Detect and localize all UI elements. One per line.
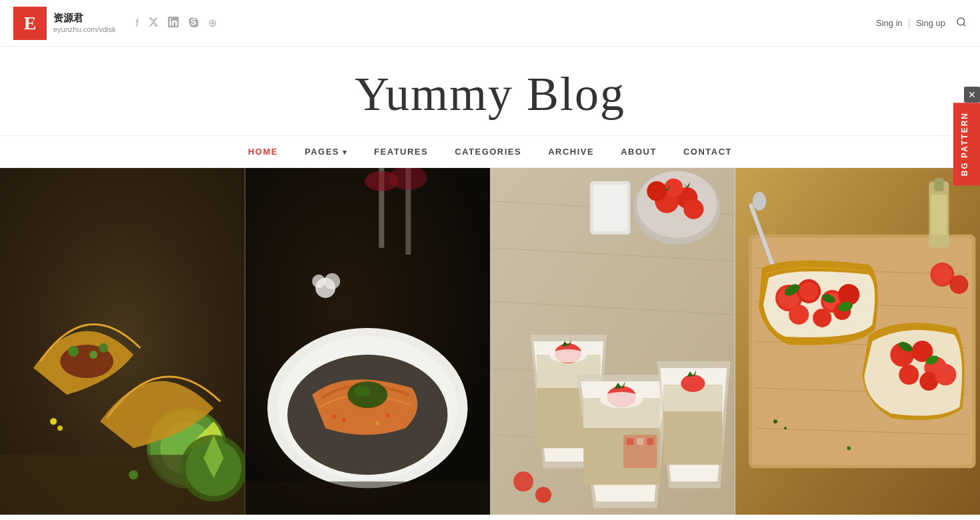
search-button[interactable]: [956, 17, 967, 30]
nav-features[interactable]: FEATURES: [374, 147, 428, 157]
svg-rect-66: [637, 438, 643, 445]
bg-pattern-button[interactable]: BG PATTERN: [953, 103, 980, 185]
food-image-bruschetta: [735, 168, 981, 515]
svg-point-58: [600, 392, 643, 408]
svg-point-12: [57, 425, 63, 431]
nav-pages[interactable]: PAGES: [305, 147, 347, 157]
logo-text: 资源君 eyunzhu.com/vdisk: [53, 11, 116, 35]
logo-area: E 资源君 eyunzhu.com/vdisk f ⊕: [13, 7, 217, 40]
grid-cell-4[interactable]: [735, 168, 981, 515]
svg-point-23: [312, 275, 325, 288]
svg-point-105: [773, 419, 777, 423]
linkedin-icon[interactable]: [168, 17, 179, 30]
svg-point-62: [513, 471, 533, 491]
main-nav: HOME PAGES FEATURES CATEGORIES ARCHIVE A…: [0, 135, 980, 168]
svg-rect-34: [245, 481, 491, 515]
skype-icon[interactable]: [188, 17, 199, 30]
nav-contact[interactable]: CONTACT: [683, 147, 732, 157]
svg-point-24: [324, 273, 340, 289]
svg-point-88: [789, 305, 809, 325]
svg-point-54: [549, 349, 587, 363]
svg-point-107: [847, 446, 851, 450]
site-url: eyunzhu.com/vdisk: [53, 25, 116, 35]
grid-cell-1[interactable]: [0, 168, 245, 515]
svg-rect-50: [593, 185, 627, 231]
svg-point-89: [813, 309, 831, 327]
globe-icon[interactable]: ⊕: [208, 17, 217, 29]
svg-point-84: [799, 282, 818, 301]
nav-archive[interactable]: ARCHIVE: [548, 147, 594, 157]
hero-title: Yummy Blog: [0, 67, 980, 122]
nav-categories[interactable]: CATEGORIES: [455, 147, 521, 157]
svg-point-63: [535, 487, 551, 503]
top-bar: E 资源君 eyunzhu.com/vdisk f ⊕ Sing in | Si…: [0, 0, 980, 47]
svg-point-104: [949, 275, 968, 294]
svg-point-8: [89, 351, 97, 359]
svg-rect-65: [627, 438, 633, 445]
top-right-auth: Sing in | Sing up: [876, 17, 967, 30]
svg-point-46: [664, 179, 683, 197]
food-image-salmon: [245, 168, 491, 515]
nav-home[interactable]: HOME: [248, 147, 278, 157]
grid-cell-3[interactable]: [490, 168, 735, 515]
auth-divider: |: [908, 17, 911, 29]
svg-point-97: [899, 365, 919, 385]
svg-point-99: [935, 364, 956, 385]
nav-about[interactable]: ABOUT: [621, 147, 657, 157]
svg-point-29: [354, 386, 370, 397]
twitter-icon[interactable]: [148, 17, 159, 30]
svg-point-0: [957, 18, 965, 25]
svg-point-13: [129, 470, 138, 479]
image-grid: [0, 168, 980, 515]
grid-cell-2[interactable]: [245, 168, 491, 515]
social-icons: f ⊕: [136, 17, 217, 30]
svg-point-48: [683, 199, 703, 219]
svg-rect-33: [375, 421, 379, 425]
svg-rect-67: [647, 438, 653, 445]
signin-link[interactable]: Sing in: [876, 18, 903, 28]
food-image-strawberry-dessert: [490, 168, 735, 515]
bg-pattern-container: ✕ BG PATTERN: [953, 87, 980, 185]
svg-point-106: [784, 427, 787, 429]
food-image-tacos: [0, 168, 245, 515]
svg-point-61: [681, 375, 705, 392]
svg-point-80: [753, 192, 766, 211]
site-name: 资源君: [53, 11, 116, 25]
svg-rect-31: [341, 418, 345, 422]
svg-rect-78: [931, 195, 947, 235]
hero-section: Yummy Blog: [0, 47, 980, 135]
svg-point-103: [933, 265, 951, 284]
svg-rect-77: [934, 178, 943, 191]
svg-point-47: [647, 181, 667, 201]
signup-link[interactable]: Sing up: [916, 18, 945, 28]
facebook-icon[interactable]: f: [136, 17, 139, 29]
svg-point-7: [68, 346, 79, 357]
logo-letter: E: [13, 7, 47, 40]
svg-point-11: [50, 418, 57, 425]
svg-point-9: [99, 343, 108, 353]
bg-pattern-close-button[interactable]: ✕: [964, 87, 980, 103]
